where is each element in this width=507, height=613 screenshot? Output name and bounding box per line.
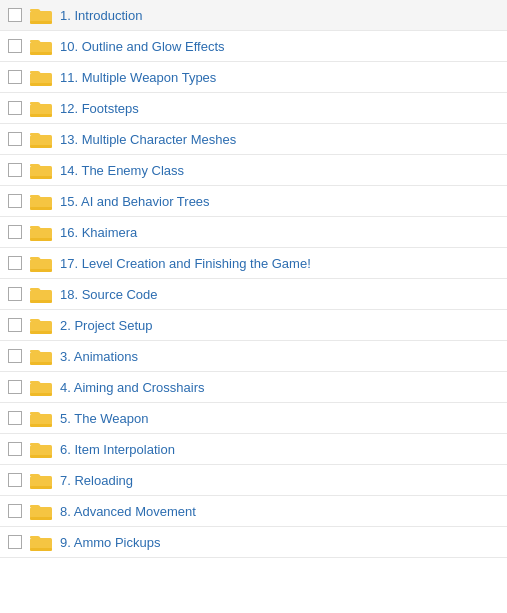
svg-rect-9 bbox=[30, 145, 52, 148]
svg-rect-17 bbox=[30, 269, 52, 272]
folder-icon bbox=[30, 99, 52, 117]
list-item-label: 10. Outline and Glow Effects bbox=[60, 39, 225, 54]
list-item[interactable]: 2. Project Setup bbox=[0, 310, 507, 341]
list-item-checkbox[interactable] bbox=[8, 70, 22, 84]
folder-list: 1. Introduction 10. Outline and Glow Eff… bbox=[0, 0, 507, 558]
list-item-label: 2. Project Setup bbox=[60, 318, 153, 333]
list-item-checkbox[interactable] bbox=[8, 535, 22, 549]
list-item-checkbox[interactable] bbox=[8, 132, 22, 146]
list-item-checkbox[interactable] bbox=[8, 473, 22, 487]
list-item[interactable]: 1. Introduction bbox=[0, 0, 507, 31]
folder-icon bbox=[30, 68, 52, 86]
list-item[interactable]: 14. The Enemy Class bbox=[0, 155, 507, 186]
list-item-checkbox[interactable] bbox=[8, 163, 22, 177]
folder-icon bbox=[30, 409, 52, 427]
list-item-label: 15. AI and Behavior Trees bbox=[60, 194, 210, 209]
list-item-label: 1. Introduction bbox=[60, 8, 142, 23]
list-item-checkbox[interactable] bbox=[8, 504, 22, 518]
svg-rect-15 bbox=[30, 238, 52, 241]
folder-icon bbox=[30, 378, 52, 396]
folder-icon bbox=[30, 254, 52, 272]
folder-icon bbox=[30, 471, 52, 489]
svg-rect-33 bbox=[30, 517, 52, 520]
list-item-label: 9. Ammo Pickups bbox=[60, 535, 160, 550]
folder-icon bbox=[30, 223, 52, 241]
list-item-checkbox[interactable] bbox=[8, 8, 22, 22]
list-item-checkbox[interactable] bbox=[8, 442, 22, 456]
list-item-label: 3. Animations bbox=[60, 349, 138, 364]
svg-rect-27 bbox=[30, 424, 52, 427]
svg-rect-25 bbox=[30, 393, 52, 396]
svg-rect-13 bbox=[30, 207, 52, 210]
svg-rect-29 bbox=[30, 455, 52, 458]
list-item[interactable]: 13. Multiple Character Meshes bbox=[0, 124, 507, 155]
svg-rect-1 bbox=[30, 21, 52, 24]
list-item-label: 18. Source Code bbox=[60, 287, 158, 302]
list-item[interactable]: 11. Multiple Weapon Types bbox=[0, 62, 507, 93]
list-item-checkbox[interactable] bbox=[8, 194, 22, 208]
list-item[interactable]: 6. Item Interpolation bbox=[0, 434, 507, 465]
list-item[interactable]: 10. Outline and Glow Effects bbox=[0, 31, 507, 62]
list-item-label: 16. Khaimera bbox=[60, 225, 137, 240]
folder-icon bbox=[30, 285, 52, 303]
list-item[interactable]: 7. Reloading bbox=[0, 465, 507, 496]
folder-icon bbox=[30, 440, 52, 458]
svg-rect-23 bbox=[30, 362, 52, 365]
folder-icon bbox=[30, 161, 52, 179]
svg-rect-3 bbox=[30, 52, 52, 55]
list-item-label: 17. Level Creation and Finishing the Gam… bbox=[60, 256, 311, 271]
list-item-label: 12. Footsteps bbox=[60, 101, 139, 116]
list-item-checkbox[interactable] bbox=[8, 380, 22, 394]
svg-rect-5 bbox=[30, 83, 52, 86]
list-item[interactable]: 8. Advanced Movement bbox=[0, 496, 507, 527]
folder-icon bbox=[30, 533, 52, 551]
folder-icon bbox=[30, 502, 52, 520]
list-item-label: 7. Reloading bbox=[60, 473, 133, 488]
folder-icon bbox=[30, 130, 52, 148]
list-item[interactable]: 18. Source Code bbox=[0, 279, 507, 310]
svg-rect-7 bbox=[30, 114, 52, 117]
list-item-label: 6. Item Interpolation bbox=[60, 442, 175, 457]
list-item-checkbox[interactable] bbox=[8, 349, 22, 363]
svg-rect-31 bbox=[30, 486, 52, 489]
svg-rect-35 bbox=[30, 548, 52, 551]
svg-rect-19 bbox=[30, 300, 52, 303]
list-item[interactable]: 16. Khaimera bbox=[0, 217, 507, 248]
list-item-label: 4. Aiming and Crosshairs bbox=[60, 380, 205, 395]
list-item-label: 5. The Weapon bbox=[60, 411, 148, 426]
list-item-checkbox[interactable] bbox=[8, 411, 22, 425]
list-item-label: 14. The Enemy Class bbox=[60, 163, 184, 178]
list-item-checkbox[interactable] bbox=[8, 318, 22, 332]
list-item[interactable]: 9. Ammo Pickups bbox=[0, 527, 507, 558]
list-item-checkbox[interactable] bbox=[8, 287, 22, 301]
list-item-label: 13. Multiple Character Meshes bbox=[60, 132, 236, 147]
list-item-checkbox[interactable] bbox=[8, 256, 22, 270]
list-item-checkbox[interactable] bbox=[8, 225, 22, 239]
list-item[interactable]: 12. Footsteps bbox=[0, 93, 507, 124]
svg-rect-11 bbox=[30, 176, 52, 179]
list-item[interactable]: 17. Level Creation and Finishing the Gam… bbox=[0, 248, 507, 279]
list-item[interactable]: 4. Aiming and Crosshairs bbox=[0, 372, 507, 403]
folder-icon bbox=[30, 6, 52, 24]
list-item-label: 11. Multiple Weapon Types bbox=[60, 70, 216, 85]
list-item-checkbox[interactable] bbox=[8, 39, 22, 53]
list-item-checkbox[interactable] bbox=[8, 101, 22, 115]
list-item-label: 8. Advanced Movement bbox=[60, 504, 196, 519]
svg-rect-21 bbox=[30, 331, 52, 334]
folder-icon bbox=[30, 316, 52, 334]
list-item[interactable]: 3. Animations bbox=[0, 341, 507, 372]
folder-icon bbox=[30, 192, 52, 210]
list-item[interactable]: 15. AI and Behavior Trees bbox=[0, 186, 507, 217]
folder-icon bbox=[30, 347, 52, 365]
list-item[interactable]: 5. The Weapon bbox=[0, 403, 507, 434]
folder-icon bbox=[30, 37, 52, 55]
